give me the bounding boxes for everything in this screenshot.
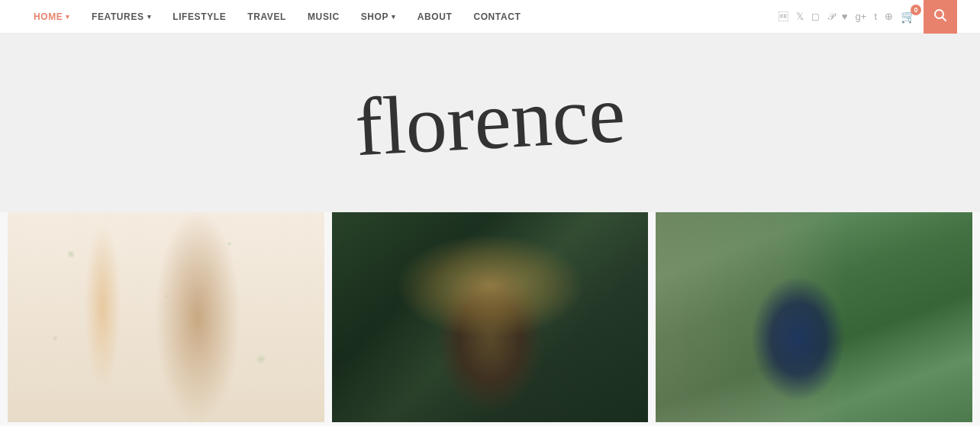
image-bench-girl	[332, 212, 649, 422]
cart-button[interactable]: 🛒 0	[901, 9, 916, 24]
cart-count: 0	[911, 5, 921, 15]
svg-text:florence: florence	[353, 68, 627, 171]
chevron-down-icon: ▾	[147, 13, 152, 21]
nav-social-actions:  𝕏 ◻ 𝒫 ♥ g+ t ⊕ 🛒 0	[779, 0, 957, 34]
nav-item-music[interactable]: MUSIC	[297, 0, 350, 34]
image-floral-girl	[8, 212, 324, 422]
hero-section: florence	[0, 34, 980, 212]
brand-logo: florence	[322, 64, 658, 174]
grid-image-2[interactable]	[332, 212, 649, 422]
featured-image-grid	[0, 212, 980, 422]
nav-item-travel[interactable]: TRAVEL	[237, 0, 297, 34]
heart-icon[interactable]: ♥	[842, 11, 848, 22]
nav-item-shop[interactable]: SHOP ▾	[350, 0, 407, 34]
svg-line-1	[943, 17, 946, 21]
nav-item-lifestyle[interactable]: LIFESTYLE	[162, 0, 237, 34]
facebook-icon[interactable]: 	[779, 11, 788, 22]
twitter-icon[interactable]: 𝕏	[796, 11, 804, 22]
chevron-down-icon: ▾	[392, 13, 396, 21]
image-park-girl	[656, 212, 972, 422]
tumblr-icon[interactable]: t	[874, 11, 877, 22]
nav-item-features[interactable]: FEATURES ▾	[81, 0, 162, 34]
googleplus-icon[interactable]: g+	[856, 11, 867, 22]
nav-links: HOME ▾ FEATURES ▾ LIFESTYLE TRAVEL MUSIC…	[23, 0, 531, 34]
instagram-icon[interactable]: ◻	[811, 11, 820, 22]
nav-item-home[interactable]: HOME ▾	[23, 0, 81, 34]
main-nav: HOME ▾ FEATURES ▾ LIFESTYLE TRAVEL MUSIC…	[0, 0, 980, 34]
search-button[interactable]	[924, 0, 957, 34]
grid-image-1[interactable]	[8, 212, 324, 422]
grid-image-3[interactable]	[656, 212, 972, 422]
chevron-down-icon: ▾	[66, 13, 70, 21]
search-icon	[933, 8, 947, 25]
nav-item-about[interactable]: ABOUT	[407, 0, 463, 34]
pinterest-icon[interactable]: 𝒫	[827, 11, 834, 23]
rss-icon[interactable]: ⊕	[885, 11, 893, 22]
nav-item-contact[interactable]: CONTACT	[463, 0, 531, 34]
